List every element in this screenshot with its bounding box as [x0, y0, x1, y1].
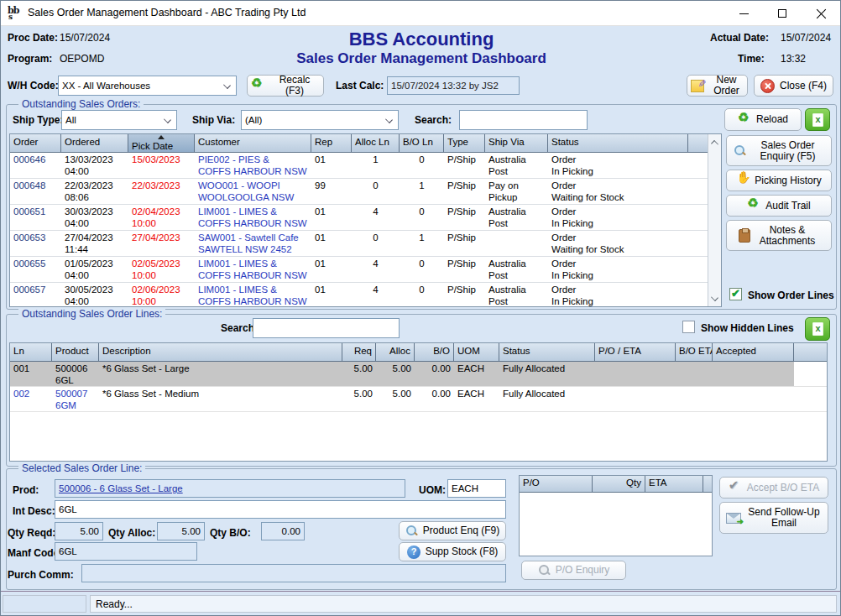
prod-label: Prod:: [13, 484, 39, 496]
supp-stock-label: Supp Stock (F8): [426, 546, 499, 557]
proc-date-label: Proc Date:: [8, 32, 58, 44]
proc-date-value: 15/07/2024: [60, 32, 110, 44]
col-status[interactable]: Status: [548, 134, 688, 153]
ship-type-label: Ship Type:: [13, 114, 63, 126]
col-uom[interactable]: UOM: [454, 343, 499, 362]
wh-code-selected-value: XX - All Warehouses: [62, 81, 150, 91]
lines-search-input[interactable]: [253, 318, 400, 338]
int-desc-field[interactable]: 6GL: [55, 500, 506, 519]
col-bo-eta[interactable]: B/O ETA: [676, 343, 713, 362]
po-table: P/O Qty ETA: [519, 475, 713, 556]
col-filler: [703, 476, 712, 493]
excel-icon: [812, 113, 823, 127]
lines-table-header: Ln Product Description Req Alloc B/O UOM…: [10, 343, 827, 362]
orders-export-excel-button[interactable]: [805, 108, 830, 131]
table-row[interactable]: 00064822/03/2023 08:06 22/03/2023WOO001 …: [10, 179, 708, 205]
po-enquiry-button[interactable]: P/O Enquiry: [521, 561, 626, 580]
col-po-eta[interactable]: P/O / ETA: [595, 343, 676, 362]
col-accepted[interactable]: Accepted: [713, 343, 794, 362]
status-text: Ready...: [90, 595, 837, 613]
chevron-down-icon: [223, 81, 231, 89]
audit-trail-icon: [747, 199, 760, 212]
actual-date-value: 15/07/2024: [781, 32, 831, 44]
audit-trail-button[interactable]: Audit Trail: [726, 195, 832, 217]
col-req[interactable]: Req: [342, 343, 376, 362]
send-follow-up-email-button[interactable]: Send Follow-Up Email: [719, 502, 828, 534]
time-label: Time:: [738, 53, 765, 65]
close-window-button[interactable]: [802, 1, 840, 26]
col-pick-date[interactable]: Pick Date: [128, 134, 195, 153]
col-bo-ln[interactable]: B/O Ln: [400, 134, 444, 153]
show-order-lines-checkbox[interactable]: [729, 288, 742, 300]
titlebar: Sales Order Management Dashboard - ABC T…: [1, 1, 840, 26]
magnifier-icon: [538, 564, 551, 577]
show-hidden-lines-checkbox[interactable]: [682, 321, 695, 333]
scroll-up-icon[interactable]: [711, 138, 718, 146]
notes-attachments-label: Notes & Attachments: [755, 225, 819, 247]
manf-code-field: 6GL: [55, 542, 197, 561]
lines-export-excel-button[interactable]: [805, 317, 830, 341]
col-description[interactable]: Description: [99, 343, 342, 362]
qty-reqd-field: 5.00: [55, 522, 103, 540]
accept-bo-eta-button[interactable]: Accept B/O ETA: [719, 477, 828, 499]
col-customer[interactable]: Customer: [195, 134, 311, 153]
col-type[interactable]: Type: [444, 134, 485, 153]
product-link[interactable]: 500006 - 6 Glass Set - Large: [59, 483, 183, 493]
send-follow-up-email-label: Send Follow-Up Email: [746, 507, 822, 529]
col-product[interactable]: Product: [52, 343, 99, 362]
po-enquiry-label: P/O Enquiry: [556, 565, 610, 576]
col-ship-via[interactable]: Ship Via: [485, 134, 548, 153]
sales-order-enquiry-button[interactable]: Sales Order Enquiry (F5): [726, 135, 832, 166]
orders-search-input[interactable]: [459, 110, 588, 130]
reload-button[interactable]: Reload: [724, 108, 802, 131]
new-order-button[interactable]: New Order: [687, 75, 748, 97]
qty-alloc-label: Qty Alloc:: [108, 527, 155, 539]
int-desc-label: Int Desc:: [13, 505, 55, 517]
col-rep[interactable]: Rep: [311, 134, 352, 153]
table-row[interactable]: 00065327/04/2023 11:44 27/04/2023SAW001 …: [10, 231, 708, 257]
supp-stock-button[interactable]: Supp Stock (F8): [399, 542, 506, 561]
new-order-label: New Order: [709, 75, 744, 97]
orders-scrollbar[interactable]: [708, 134, 721, 306]
close-icon: [816, 8, 826, 18]
ship-type-select[interactable]: All: [61, 110, 177, 130]
wh-code-select[interactable]: XX - All Warehouses: [58, 76, 237, 96]
ship-via-select[interactable]: (All): [241, 110, 399, 130]
reload-icon: [738, 113, 751, 127]
show-hidden-lines-label: Show Hidden Lines: [701, 322, 794, 334]
col-alloc-ln[interactable]: Alloc Ln: [352, 134, 400, 153]
status-bar: Ready...: [1, 591, 840, 615]
uom-label: UOM:: [419, 484, 446, 496]
col-alloc[interactable]: Alloc: [376, 343, 415, 362]
col-order[interactable]: Order: [10, 134, 61, 153]
table-row[interactable]: 00065501/05/2023 04:00 02/05/2023 10:00L…: [10, 257, 708, 283]
col-bo[interactable]: B/O: [415, 343, 454, 362]
notes-attachments-button[interactable]: Notes & Attachments: [726, 220, 832, 251]
window-title: Sales Order Management Dashboard - ABC T…: [28, 7, 306, 18]
last-calc-label: Last Calc:: [336, 80, 384, 91]
qty-reqd-label: Qty Reqd:: [8, 527, 55, 539]
selected-line-group-title: Selected Sales Order Line:: [18, 462, 145, 474]
table-row[interactable]: 002500007 6GM *6 Glass Set - Medium5.00 …: [10, 387, 827, 412]
picking-history-button[interactable]: Picking History: [726, 170, 832, 191]
product-enq-button[interactable]: Product Enq (F9): [399, 521, 506, 540]
sort-ascending-icon: [158, 135, 165, 139]
col-eta: ETA: [645, 476, 703, 493]
col-ordered[interactable]: Ordered: [61, 134, 128, 153]
new-order-icon: [691, 80, 704, 92]
maximize-button[interactable]: [763, 1, 802, 26]
recalc-button[interactable]: Recalc (F3): [247, 75, 324, 97]
orders-search-label: Search:: [415, 114, 452, 126]
close-f4-button[interactable]: Close (F4): [754, 75, 833, 97]
table-row[interactable]: 00065730/05/2023 04:00 02/06/2023 10:00L…: [10, 283, 708, 306]
col-status[interactable]: Status: [499, 343, 595, 362]
table-row[interactable]: 00064613/03/2023 04:00 15/03/2023PIE002 …: [10, 153, 708, 179]
close-f4-label: Close (F4): [780, 81, 827, 91]
table-row-selected[interactable]: 001500006 6GL *6 Glass Set - Large5.00 5…: [10, 362, 827, 387]
table-row[interactable]: 00065130/03/2023 04:00 02/04/2023 10:00L…: [10, 205, 708, 231]
minimize-button[interactable]: [724, 1, 763, 26]
qty-bo-label: Qty B/O:: [210, 527, 251, 539]
col-ln[interactable]: Ln: [10, 343, 52, 362]
scroll-down-icon[interactable]: [711, 295, 718, 302]
checkmark-icon: [729, 482, 742, 493]
